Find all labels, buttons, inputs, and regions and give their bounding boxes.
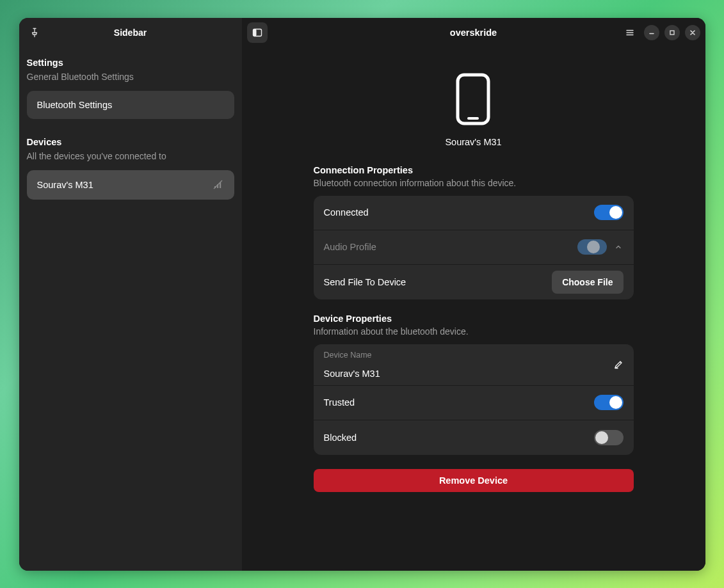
close-icon (689, 29, 696, 36)
device-properties-list: Device Name Sourav's M31 Trusted Block (314, 344, 634, 455)
svg-rect-5 (253, 29, 256, 36)
sidebar-item-label: Sourav's M31 (37, 180, 93, 190)
phone-icon (456, 73, 490, 125)
blocked-label: Blocked (324, 433, 586, 443)
connected-toggle[interactable] (594, 205, 623, 220)
trusted-row: Trusted (314, 386, 634, 420)
sidebar-title: Sidebar (19, 28, 242, 38)
minimize-button[interactable] (644, 25, 659, 40)
sidebar-body: Settings General Bluetooth Settings Blue… (19, 47, 242, 206)
sidebar-item-bluetooth-settings[interactable]: Bluetooth Settings (27, 91, 234, 119)
sidebar-header: Sidebar (19, 18, 242, 47)
sidebar-item-label: Bluetooth Settings (37, 100, 113, 110)
devices-section-subtitle: All the devices you've connected to (27, 151, 234, 161)
content-column: Connection Properties Bluetooth connecti… (314, 165, 634, 492)
edit-icon (613, 360, 623, 370)
menu-button[interactable] (621, 24, 639, 42)
chevron-up-icon (615, 243, 622, 251)
maximize-button[interactable] (664, 25, 680, 40)
app-window: Sidebar Settings General Bluetooth Setti… (19, 18, 705, 571)
hamburger-icon (625, 28, 635, 38)
svg-rect-6 (670, 31, 674, 35)
maximize-icon (668, 29, 676, 36)
main-body: Sourav's M31 Connection Properties Bluet… (242, 47, 705, 571)
devices-section-title: Devices (27, 137, 234, 147)
close-button[interactable] (685, 25, 700, 40)
audio-profile-toggle[interactable] (577, 239, 607, 255)
audio-profile-row: Audio Profile (314, 230, 634, 265)
send-file-label: Send File To Device (324, 277, 545, 287)
minimize-icon (648, 29, 656, 36)
trusted-toggle[interactable] (594, 395, 623, 410)
pin-button[interactable] (26, 24, 44, 42)
blocked-toggle[interactable] (594, 430, 623, 445)
trusted-label: Trusted (324, 397, 586, 408)
device-name-row[interactable]: Device Name Sourav's M31 (314, 344, 634, 386)
connection-properties-subtitle: Bluetooth connection information about t… (314, 178, 634, 188)
main-pane: overskride (242, 18, 705, 571)
svg-rect-8 (467, 117, 479, 120)
audio-profile-label: Audio Profile (324, 242, 570, 252)
device-name-label: Device Name (324, 351, 623, 360)
toggle-sidebar-button[interactable] (247, 22, 268, 43)
connection-properties-list: Connected Audio Profile (314, 196, 634, 299)
blocked-row: Blocked (314, 420, 634, 455)
device-properties-subtitle: Information about the bluetooth device. (314, 326, 634, 337)
send-file-row: Send File To Device Choose File (314, 265, 634, 299)
sidebar-item-device[interactable]: Sourav's M31 (27, 170, 234, 200)
sidebar: Sidebar Settings General Bluetooth Setti… (19, 18, 242, 571)
svg-rect-7 (458, 75, 488, 123)
signal-off-icon (213, 179, 224, 191)
settings-section-subtitle: General Bluetooth Settings (27, 72, 234, 82)
connected-label: Connected (324, 207, 586, 218)
device-name-value: Sourav's M31 (324, 369, 623, 379)
main-header: overskride (242, 18, 705, 47)
pin-icon (29, 28, 40, 38)
choose-file-button[interactable]: Choose File (552, 271, 623, 294)
device-name-heading: Sourav's M31 (445, 137, 501, 147)
connection-properties-title: Connection Properties (314, 165, 634, 175)
device-properties-title: Device Properties (314, 314, 634, 324)
settings-section-title: Settings (27, 58, 234, 68)
panel-icon (252, 28, 262, 38)
connected-row: Connected (314, 196, 634, 230)
device-preview: Sourav's M31 (445, 73, 501, 147)
remove-device-button[interactable]: Remove Device (314, 469, 634, 492)
audio-profile-expand[interactable] (613, 242, 623, 252)
